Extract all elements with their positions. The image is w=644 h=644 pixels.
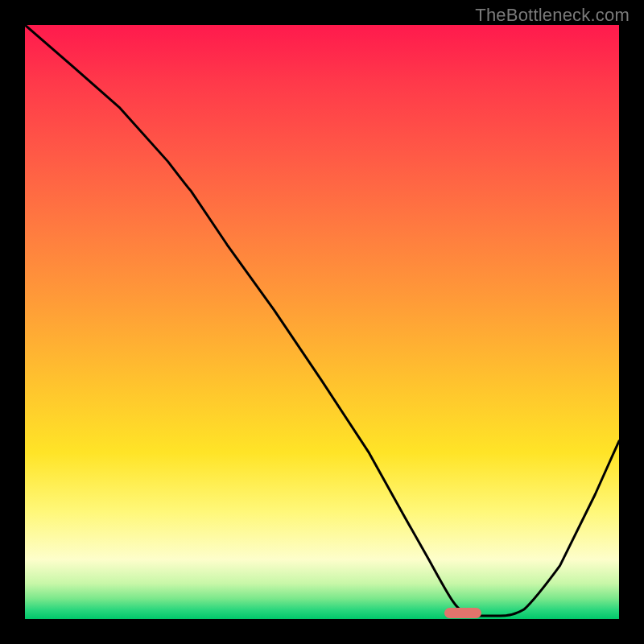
chart-background-gradient — [25, 25, 619, 619]
watermark-text: TheBottleneck.com — [475, 5, 630, 26]
chart-area — [23, 23, 621, 621]
optimal-range-marker — [444, 608, 481, 618]
